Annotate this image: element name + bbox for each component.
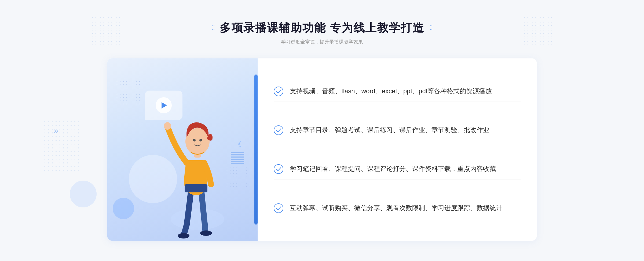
check-icon-2 xyxy=(274,125,283,135)
circle-deco-2 xyxy=(113,198,134,219)
feature-item-2: 支持章节目录、弹题考试、课后练习、课后作业、章节测验、批改作业 xyxy=(274,120,521,141)
feature-text-2: 支持章节目录、弹题考试、课后练习、课后作业、章节测验、批改作业 xyxy=(290,125,489,135)
check-icon-4 xyxy=(274,203,283,213)
feature-text-4: 互动弹幕、试听购买、微信分享、观看次数限制、学习进度跟踪、数据统计 xyxy=(290,203,502,213)
feature-text-1: 支持视频、音频、flash、word、excel、ppt、pdf等各种格式的资源… xyxy=(290,86,492,96)
deco-circle-left xyxy=(70,181,97,207)
svg-point-4 xyxy=(164,122,171,130)
check-icon-3 xyxy=(274,164,283,174)
illus-dots-1 xyxy=(115,80,142,107)
title-deco-left: ⁚⁚ xyxy=(212,24,214,31)
svg-point-8 xyxy=(199,139,202,141)
subtitle: 学习进度全掌握，提升录播课教学效果 xyxy=(212,39,432,45)
blue-accent-bar xyxy=(254,74,258,225)
svg-point-10 xyxy=(274,126,283,135)
svg-point-0 xyxy=(171,208,224,230)
svg-point-12 xyxy=(274,204,283,213)
deco-dots-right xyxy=(521,16,553,48)
svg-point-2 xyxy=(200,230,212,236)
title-deco-right: ⁚⁚ xyxy=(430,24,432,31)
main-title: 多项录播课辅助功能 专为线上教学打造 xyxy=(220,20,424,35)
human-figure-illustration xyxy=(160,107,235,241)
feature-item-3: 学习笔记回看、课程提问、课程评论打分、课件资料下载，重点内容收藏 xyxy=(274,158,521,180)
content-card: 《 xyxy=(107,58,537,241)
svg-point-9 xyxy=(274,87,283,96)
illustration-area: 《 xyxy=(107,58,258,241)
feature-text-3: 学习笔记回看、课程提问、课程评论打分、课件资料下载，重点内容收藏 xyxy=(290,164,496,174)
svg-point-1 xyxy=(178,233,189,238)
title-section: ⁚⁚ 多项录播课辅助功能 专为线上教学打造 ⁚⁚ 学习进度全掌握，提升录播课教学… xyxy=(212,20,432,45)
chevron-right-icon: 《 xyxy=(234,139,241,150)
deco-dots-left xyxy=(91,16,123,48)
page-chevron-left: » xyxy=(54,126,58,136)
features-area: 支持视频、音频、flash、word、excel、ppt、pdf等各种格式的资源… xyxy=(258,58,537,241)
svg-rect-3 xyxy=(185,184,207,192)
svg-point-11 xyxy=(274,165,283,174)
deco-dots-bg-left xyxy=(43,120,80,173)
feature-item-4: 互动弹幕、试听购买、微信分享、观看次数限制、学习进度跟踪、数据统计 xyxy=(274,197,521,218)
svg-point-7 xyxy=(193,139,196,141)
title-decoration: ⁚⁚ 多项录播课辅助功能 专为线上教学打造 ⁚⁚ xyxy=(212,20,432,35)
check-icon-1 xyxy=(274,87,283,96)
feature-item-1: 支持视频、音频、flash、word、excel、ppt、pdf等各种格式的资源… xyxy=(274,81,521,102)
page-container: » ⁚⁚ 多项录播课辅助功能 专为线上教学打造 ⁚⁚ 学习进度全掌握，提升录播课… xyxy=(0,0,644,261)
